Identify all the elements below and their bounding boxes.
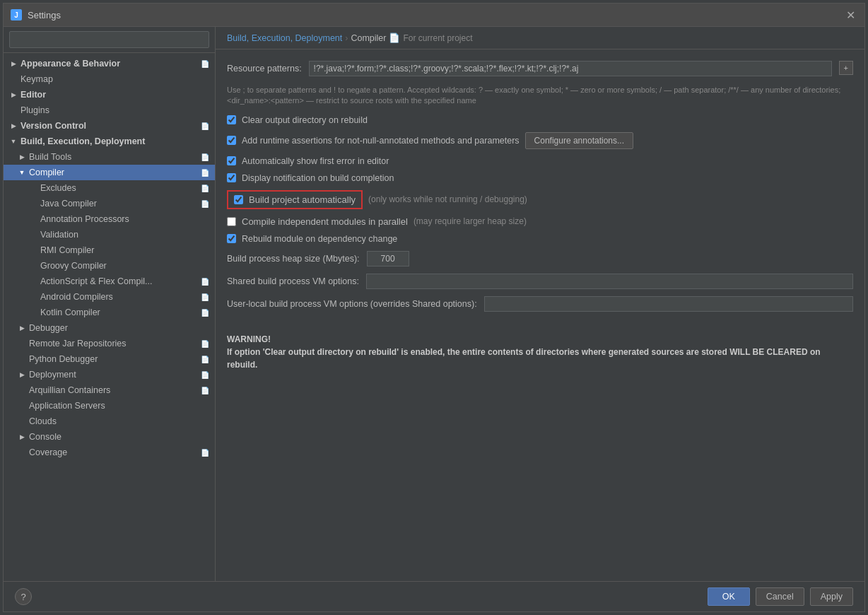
build-auto-checkbox[interactable] [234, 195, 243, 204]
sidebar-item-rmi-compiler[interactable]: RMI Compiler [4, 242, 215, 258]
sidebar-item-label: Clouds [29, 416, 57, 426]
clear-output-label[interactable]: Clear output directory on rebuild [242, 115, 368, 125]
spacer [18, 386, 26, 394]
compile-parallel-container: Compile independent modules in parallel … [227, 216, 853, 227]
arrow-icon: ▶ [9, 90, 18, 99]
sidebar-item-label: Excludes [40, 183, 76, 193]
resource-patterns-label: Resource patterns: [227, 61, 302, 74]
sidebar-item-compiler[interactable]: ▼ Compiler 📄 [4, 165, 215, 180]
sidebar-item-build-tools[interactable]: ▶ Build Tools 📄 [4, 149, 215, 165]
sidebar-item-remote-jar[interactable]: Remote Jar Repositories 📄 [4, 336, 215, 351]
page-icon: 📄 [201, 340, 209, 348]
ok-button[interactable]: OK [708, 587, 750, 606]
sidebar-item-version-control[interactable]: ▶ Version Control 📄 [4, 118, 215, 134]
sidebar-item-arquillian[interactable]: Arquillian Containers 📄 [4, 382, 215, 398]
sidebar-item-clouds[interactable]: Clouds [4, 414, 215, 429]
build-auto-container: Build project automatically (only works … [227, 190, 853, 209]
sidebar-item-java-compiler[interactable]: Java Compiler 📄 [4, 196, 215, 211]
build-auto-label[interactable]: Build project automatically [249, 194, 356, 205]
sidebar-item-coverage[interactable]: Coverage 📄 [4, 445, 215, 460]
display-notification-label[interactable]: Display notification on build completion [242, 173, 394, 183]
shared-vm-row: Shared build process VM options: [227, 274, 853, 289]
help-button[interactable]: ? [15, 588, 32, 605]
sidebar-item-plugins[interactable]: Plugins [4, 102, 215, 118]
breadcrumb-separator: › [345, 33, 348, 43]
warning-title: WARNING! [227, 334, 271, 344]
add-runtime-checkbox[interactable] [227, 136, 236, 145]
heap-size-row: Build process heap size (Mbytes): [227, 251, 853, 266]
user-local-vm-label: User-local build process VM options (ove… [227, 299, 477, 309]
user-local-vm-input[interactable] [484, 296, 853, 312]
page-icon: 📄 [201, 293, 209, 301]
close-button[interactable]: ✕ [843, 8, 857, 22]
resource-patterns-hint: Use ; to separate patterns and ! to nega… [227, 85, 853, 107]
page-icon: 📄 [201, 309, 209, 317]
rebuild-module-label[interactable]: Rebuild module on dependency change [242, 234, 397, 244]
breadcrumb-icon: 📄 [389, 33, 400, 43]
sidebar-item-python-debugger[interactable]: Python Debugger 📄 [4, 351, 215, 367]
compile-parallel-note: (may require larger heap size) [414, 216, 527, 226]
bottom-bar: ? OK Cancel Apply [4, 581, 864, 611]
clear-output-checkbox[interactable] [227, 115, 236, 124]
warning-body: If option 'Clear output directory on reb… [227, 347, 821, 370]
spacer [29, 230, 37, 239]
sidebar-item-appearance[interactable]: ▶ Appearance & Behavior 📄 [4, 56, 215, 71]
compile-parallel-label[interactable]: Compile independent modules in parallel [242, 216, 408, 227]
sidebar-item-keymap[interactable]: Keymap [4, 71, 215, 87]
rebuild-module-row: Rebuild module on dependency change [227, 234, 853, 244]
sidebar-item-groovy-compiler[interactable]: Groovy Compiler [4, 258, 215, 274]
sidebar-item-android-compilers[interactable]: Android Compilers 📄 [4, 289, 215, 305]
sidebar-item-label: Groovy Compiler [40, 261, 107, 271]
shared-vm-input[interactable] [366, 274, 853, 289]
search-input[interactable] [9, 31, 209, 48]
breadcrumb-path[interactable]: Build, Execution, Deployment [227, 33, 342, 43]
sidebar-item-label: Java Compiler [40, 199, 97, 209]
page-icon: 📄 [201, 371, 209, 379]
sidebar-item-label: Kotlin Compiler [40, 308, 100, 317]
show-first-error-label[interactable]: Automatically show first error in editor [242, 156, 389, 166]
spacer [29, 215, 37, 223]
sidebar-item-label: Python Debugger [29, 354, 98, 364]
arrow-icon: ▼ [18, 168, 26, 177]
sidebar-item-app-servers[interactable]: Application Servers [4, 398, 215, 414]
sidebar-item-console[interactable]: ▶ Console [4, 429, 215, 445]
heap-size-input[interactable] [367, 251, 409, 266]
sidebar-item-deployment[interactable]: ▶ Deployment 📄 [4, 367, 215, 382]
sidebar: ▶ Appearance & Behavior 📄 Keymap ▶ Edito… [4, 27, 216, 581]
sidebar-item-editor[interactable]: ▶ Editor [4, 87, 215, 102]
add-runtime-label[interactable]: Add runtime assertions for not-null-anno… [242, 136, 520, 146]
cancel-button[interactable]: Cancel [756, 587, 804, 606]
show-first-error-checkbox[interactable] [227, 156, 236, 165]
page-icon: 📄 [201, 278, 209, 286]
sidebar-item-validation[interactable]: Validation [4, 227, 215, 242]
settings-dialog: J Settings ✕ ▶ Appearance & Behavior 📄 [3, 3, 865, 612]
spacer [18, 417, 26, 426]
sidebar-item-excludes[interactable]: Excludes 📄 [4, 180, 215, 196]
spacer [18, 402, 26, 410]
spacer [29, 293, 37, 301]
rebuild-module-checkbox[interactable] [227, 234, 236, 243]
apply-button[interactable]: Apply [810, 587, 853, 606]
sidebar-item-annotation-processors[interactable]: Annotation Processors [4, 211, 215, 227]
sidebar-item-debugger[interactable]: ▶ Debugger [4, 320, 215, 336]
resource-patterns-input[interactable] [309, 61, 832, 76]
sidebar-item-label: Build Tools [29, 152, 71, 162]
search-box [4, 27, 215, 53]
add-runtime-row: Add runtime assertions for not-null-anno… [227, 132, 853, 149]
resource-patterns-add-button[interactable]: + [839, 61, 853, 75]
compile-parallel-checkbox[interactable] [227, 217, 236, 226]
configure-annotations-button[interactable]: Configure annotations... [525, 132, 633, 149]
sidebar-item-build-exec-deploy[interactable]: ▼ Build, Execution, Deployment [4, 134, 215, 149]
sidebar-item-label: Version Control [20, 121, 86, 131]
spacer [29, 262, 37, 270]
shared-vm-label: Shared build process VM options: [227, 276, 359, 286]
arrow-icon: ▼ [9, 137, 18, 146]
heap-size-label: Build process heap size (Mbytes): [227, 254, 360, 264]
sidebar-item-actionscript[interactable]: ActionScript & Flex Compil... 📄 [4, 274, 215, 289]
breadcrumb: Build, Execution, Deployment › Compiler … [216, 27, 864, 49]
page-icon: 📄 [201, 122, 209, 130]
sidebar-item-kotlin-compiler[interactable]: Kotlin Compiler 📄 [4, 305, 215, 320]
sidebar-item-label: Coverage [29, 447, 67, 457]
spacer [18, 355, 26, 363]
display-notification-checkbox[interactable] [227, 173, 236, 182]
